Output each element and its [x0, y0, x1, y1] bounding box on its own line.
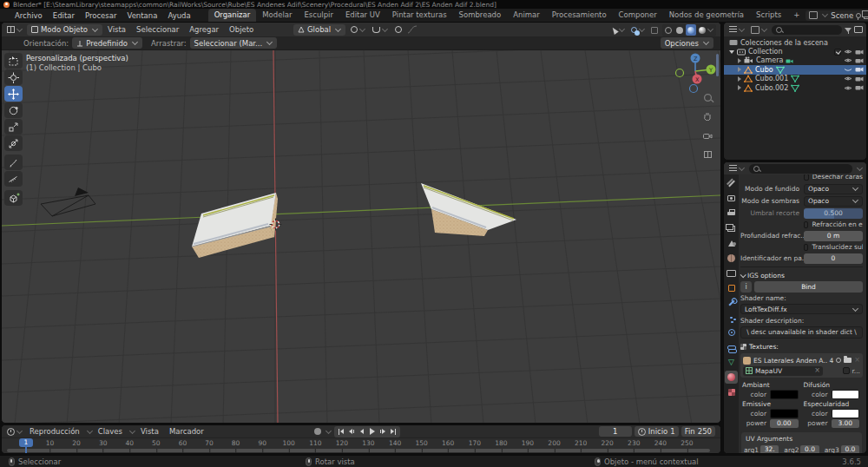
emissive-power-field[interactable]: 0.00: [770, 419, 799, 428]
r-checkbox[interactable]: [843, 367, 850, 374]
eye-icon[interactable]: [844, 85, 852, 91]
disclosure-closed-icon[interactable]: [738, 85, 741, 90]
tab-object-data[interactable]: ▽: [725, 356, 738, 369]
specular-color-swatch[interactable]: [832, 409, 860, 418]
render-visibility-icon[interactable]: [855, 57, 864, 64]
tool-cursor[interactable]: [4, 69, 23, 85]
tab-physics[interactable]: [725, 326, 738, 339]
diffuse-color-swatch[interactable]: [832, 390, 860, 399]
jump-to-end-button[interactable]: [388, 426, 398, 437]
next-keyframe-button[interactable]: [378, 426, 388, 437]
drag-mode-dropdown[interactable]: Seleccionar (Mar...: [190, 37, 278, 49]
render-visibility-icon[interactable]: [855, 76, 864, 82]
timeline-editor-type-button[interactable]: [5, 426, 24, 437]
add-workspace-button[interactable]: +: [787, 9, 806, 22]
tab-constraints[interactable]: [725, 341, 738, 354]
auto-keying-button[interactable]: [314, 428, 321, 435]
tab-material[interactable]: [725, 371, 738, 384]
menu-archivo[interactable]: Archivo: [10, 11, 48, 20]
menu-claves[interactable]: Claves: [93, 427, 128, 436]
timeline-scrollbar[interactable]: [7, 449, 710, 452]
workspace-tab-procesamiento[interactable]: Procesamiento: [546, 9, 613, 22]
tab-render[interactable]: [725, 192, 738, 205]
prev-keyframe-button[interactable]: [346, 426, 357, 437]
current-frame-field[interactable]: 1: [599, 426, 632, 437]
menu-ayuda[interactable]: Ayuda: [162, 11, 195, 20]
outliner-row-cubo-002[interactable]: Cubo.002: [724, 83, 866, 92]
disclosure-open-icon[interactable]: [729, 50, 734, 54]
shadow-mode-dropdown[interactable]: Opaco: [804, 196, 863, 207]
tab-object[interactable]: [725, 281, 738, 294]
workspace-tab-organizar[interactable]: Organizar: [208, 9, 257, 22]
tab-modifiers[interactable]: [725, 297, 738, 310]
refraction-depth-field[interactable]: 0 m: [804, 231, 863, 241]
menu-vista-timeline[interactable]: Vista: [135, 427, 164, 436]
navigation-gizmo[interactable]: Z Y X: [676, 54, 716, 93]
tab-view-layer[interactable]: [725, 222, 738, 235]
mode-selector[interactable]: Modo Objeto: [27, 24, 102, 36]
workspace-tab-pintar-texturas[interactable]: Pintar texturas: [386, 9, 453, 22]
browse-icon[interactable]: [836, 358, 841, 363]
outliner-editor-type-button[interactable]: [727, 24, 746, 36]
workspace-tab-sombreado[interactable]: Sombreado: [453, 9, 508, 22]
editor-type-button[interactable]: [5, 24, 24, 36]
pass-index-field[interactable]: 0: [804, 253, 863, 264]
eye-icon[interactable]: [844, 49, 852, 55]
platform-object-right[interactable]: [421, 183, 516, 236]
eye-closed-icon[interactable]: [844, 67, 852, 73]
subsurface-checkbox[interactable]: [804, 244, 808, 251]
new-collection-icon[interactable]: [854, 26, 863, 33]
camera-object[interactable]: [41, 187, 95, 216]
workspace-tab-nodos-geometria[interactable]: Nodos de geometría: [663, 9, 750, 22]
outliner-search[interactable]: [772, 25, 842, 35]
timeline-playhead[interactable]: 1: [19, 438, 33, 447]
tool-tweak-select[interactable]: [4, 53, 23, 69]
filter-icon[interactable]: [845, 28, 852, 32]
properties-search[interactable]: [749, 164, 852, 174]
menu-objeto[interactable]: Objeto: [224, 25, 259, 34]
tool-annotate[interactable]: [4, 155, 23, 170]
disclosure-closed-icon[interactable]: [738, 76, 741, 82]
tab-tool[interactable]: [725, 177, 738, 190]
zoom-view-button[interactable]: [700, 90, 714, 104]
workspace-tab-esculpir[interactable]: Esculpir: [298, 9, 339, 22]
collection-checkbox[interactable]: [834, 49, 841, 56]
xray-toggle[interactable]: [649, 24, 660, 36]
tool-rotate[interactable]: [4, 102, 23, 118]
texture-slot-row[interactable]: ES Laterales Anden A... 4 ×: [743, 355, 860, 365]
tab-collection[interactable]: [725, 266, 738, 280]
texture-user-count[interactable]: 4: [830, 357, 834, 365]
menu-procesar[interactable]: Procesar: [80, 11, 122, 20]
tab-world[interactable]: [725, 252, 738, 265]
eye-icon[interactable]: [844, 57, 852, 63]
shading-wireframe-button[interactable]: [663, 24, 674, 36]
proportional-edit-toggle[interactable]: [393, 24, 404, 36]
pivot-point-button[interactable]: [349, 24, 367, 36]
menu-reproduccion[interactable]: Reproducción: [24, 427, 85, 436]
bind-button[interactable]: Bind: [754, 281, 863, 293]
play-reverse-button[interactable]: [357, 426, 367, 437]
render-visibility-icon[interactable]: [855, 49, 864, 56]
timeline-ruler[interactable]: 1102030405060708090100110120130140150160…: [2, 437, 720, 453]
properties-editor-type-button[interactable]: [727, 163, 746, 174]
folder-icon[interactable]: [844, 358, 852, 363]
shading-material-button[interactable]: [686, 24, 696, 36]
tool-add-cube[interactable]: [4, 190, 23, 206]
menu-agregar[interactable]: Agregar: [184, 25, 224, 34]
unlink-icon[interactable]: ×: [854, 357, 860, 364]
camera-view-button[interactable]: [700, 128, 714, 142]
shading-solid-button[interactable]: [674, 24, 685, 36]
tool-move[interactable]: [4, 86, 23, 102]
emissive-color-swatch[interactable]: [770, 409, 799, 418]
start-frame-field[interactable]: 1: [670, 427, 674, 436]
pin-icon[interactable]: [856, 13, 861, 18]
tool-scale[interactable]: [4, 119, 23, 135]
tab-scene[interactable]: [725, 237, 738, 250]
arg3-field[interactable]: 0.0: [841, 445, 859, 453]
snap-toggle[interactable]: [371, 24, 390, 36]
menu-marcador[interactable]: Marcador: [164, 427, 209, 436]
uvmap-field[interactable]: MapaUV ×: [743, 366, 823, 376]
workspace-tab-animar[interactable]: Animar: [507, 9, 546, 22]
pan-view-button[interactable]: [700, 109, 714, 123]
falloff-curve-icon[interactable]: [407, 25, 418, 34]
